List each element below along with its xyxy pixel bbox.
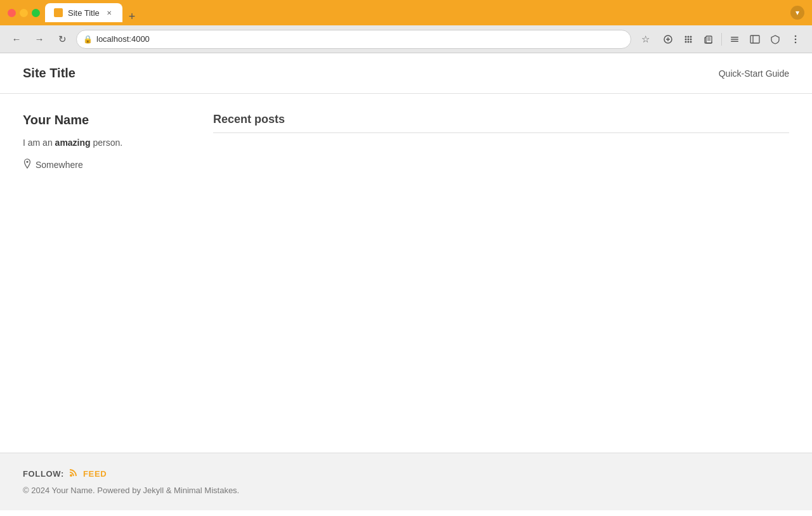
clipboard-icon-button[interactable] — [700, 30, 717, 48]
active-tab[interactable]: Site Title ✕ — [45, 3, 122, 22]
svg-point-5 — [685, 38, 687, 40]
quick-start-link[interactable]: Quick-Start Guide — [719, 68, 789, 79]
footer-copyright: © 2024 Your Name. Powered by Jekyll & Mi… — [23, 486, 789, 495]
svg-rect-16 — [731, 41, 738, 42]
svg-point-22 — [26, 161, 28, 163]
site-main: Your Name I am an amazing person. Somewh… — [0, 94, 812, 453]
svg-rect-14 — [731, 37, 738, 38]
site-header: Site Title Quick-Start Guide — [0, 53, 812, 94]
rss-icon — [69, 468, 78, 479]
svg-point-2 — [685, 35, 687, 37]
svg-point-4 — [690, 35, 692, 37]
menu-icon-button[interactable] — [726, 30, 743, 48]
recent-posts-heading: Recent posts — [213, 113, 789, 133]
toolbar-divider — [721, 33, 722, 46]
tab-close-button[interactable]: ✕ — [105, 8, 114, 17]
address-bar-row: ← → ↻ 🔒 localhost:4000 ☆ — [0, 25, 812, 53]
svg-point-8 — [685, 41, 687, 42]
shield-icon-button[interactable] — [766, 30, 784, 48]
author-name: Your Name — [23, 113, 175, 127]
location-icon — [23, 158, 32, 171]
minimize-traffic-light[interactable] — [20, 9, 28, 17]
svg-rect-17 — [750, 35, 759, 43]
reload-button[interactable]: ↻ — [53, 30, 71, 48]
svg-point-0 — [56, 10, 61, 15]
lock-icon: 🔒 — [83, 35, 93, 44]
svg-point-10 — [690, 41, 692, 42]
svg-point-6 — [688, 38, 690, 40]
author-bio-prefix: I am an — [23, 138, 55, 148]
svg-point-20 — [795, 38, 797, 40]
site-nav: Quick-Start Guide — [719, 68, 789, 79]
new-tab-button[interactable]: + — [125, 11, 140, 22]
sidebar: Your Name I am an amazing person. Somewh… — [23, 113, 175, 434]
svg-point-19 — [795, 35, 797, 37]
tab-title-text: Site Title — [68, 8, 100, 18]
address-bar[interactable]: 🔒 localhost:4000 — [76, 30, 631, 49]
bookmark-button[interactable]: ☆ — [636, 30, 654, 48]
browser-dropdown-button[interactable]: ▾ — [790, 6, 804, 20]
address-text: localhost:4000 — [96, 34, 624, 44]
author-bio-suffix: person. — [91, 138, 123, 148]
svg-point-23 — [70, 474, 72, 477]
author-location: Somewhere — [23, 158, 175, 171]
feed-link[interactable]: FEED — [83, 469, 107, 479]
author-bio: I am an amazing person. — [23, 136, 175, 150]
site-wrapper: Site Title Quick-Start Guide Your Name I… — [0, 53, 812, 453]
toolbar-icons — [659, 30, 804, 48]
tab-favicon — [54, 8, 63, 17]
sidebar-icon-button[interactable] — [746, 30, 764, 48]
svg-rect-15 — [731, 39, 738, 40]
follow-label: FOLLOW: — [23, 469, 64, 479]
maximize-traffic-light[interactable] — [32, 9, 40, 17]
content-area: Recent posts — [213, 113, 789, 434]
footer-follow: FOLLOW: FEED — [23, 468, 789, 479]
close-traffic-light[interactable] — [8, 9, 16, 17]
grid-icon-button[interactable] — [679, 30, 697, 48]
forward-button[interactable]: → — [30, 30, 48, 48]
svg-point-7 — [690, 38, 692, 40]
extensions-icon-button[interactable] — [659, 30, 677, 48]
traffic-lights — [8, 9, 40, 17]
svg-point-9 — [688, 41, 690, 42]
site-title[interactable]: Site Title — [23, 66, 75, 81]
author-bio-bold: amazing — [55, 138, 91, 148]
svg-point-3 — [688, 35, 690, 37]
location-label: Somewhere — [36, 160, 83, 170]
site-footer: FOLLOW: FEED © 2024 Your Name. Powered b… — [0, 453, 812, 510]
back-button[interactable]: ← — [8, 30, 25, 48]
more-icon-button[interactable] — [787, 30, 804, 48]
tab-bar: Site Title ✕ + — [45, 3, 785, 22]
svg-point-21 — [795, 41, 797, 43]
